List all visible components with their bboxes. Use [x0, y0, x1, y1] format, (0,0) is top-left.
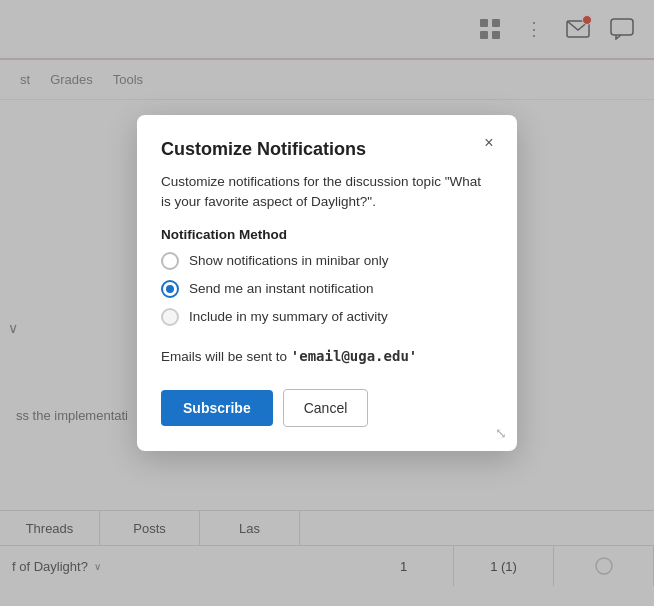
notification-options: Show notifications in minibar only Send …: [161, 252, 493, 326]
option-instant[interactable]: Send me an instant notification: [161, 280, 493, 298]
customize-notifications-dialog: Customize Notifications × Customize noti…: [137, 115, 517, 451]
close-button[interactable]: ×: [477, 131, 501, 155]
radio-summary: [161, 308, 179, 326]
radio-minibar: [161, 252, 179, 270]
option-summary[interactable]: Include in my summary of activity: [161, 308, 493, 326]
option-minibar[interactable]: Show notifications in minibar only: [161, 252, 493, 270]
email-address: 'email@uga.edu': [291, 348, 417, 364]
option-minibar-label: Show notifications in minibar only: [189, 253, 389, 268]
radio-instant: [161, 280, 179, 298]
cancel-button[interactable]: Cancel: [283, 389, 369, 427]
option-instant-label: Send me an instant notification: [189, 281, 374, 296]
email-notice: Emails will be sent to 'email@uga.edu': [161, 346, 493, 367]
resize-handle: ⤡: [495, 425, 507, 441]
subscribe-button[interactable]: Subscribe: [161, 390, 273, 426]
modal-title: Customize Notifications: [161, 139, 493, 160]
modal-overlay: Customize Notifications × Customize noti…: [0, 0, 654, 606]
modal-actions: Subscribe Cancel: [161, 389, 493, 427]
option-summary-label: Include in my summary of activity: [189, 309, 388, 324]
notification-method-label: Notification Method: [161, 227, 493, 242]
modal-description: Customize notifications for the discussi…: [161, 172, 493, 213]
